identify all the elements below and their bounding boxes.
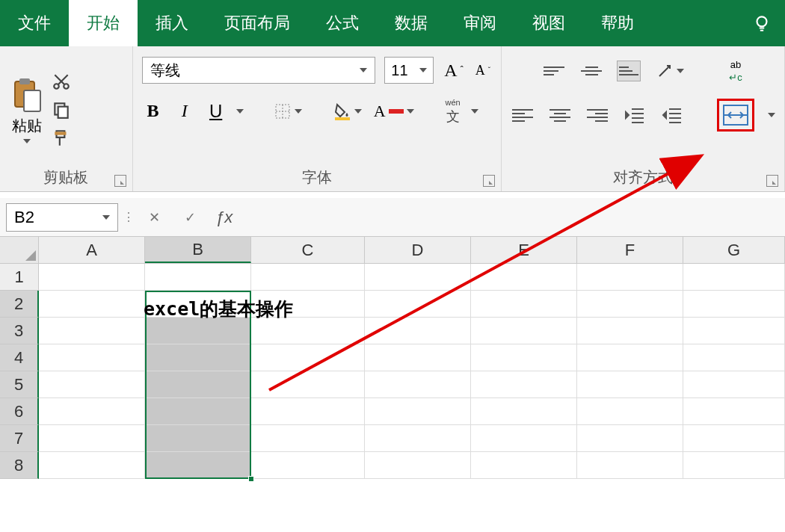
row-header[interactable]: 4 (0, 344, 39, 371)
merge-center-button[interactable] (722, 104, 749, 126)
alignment-launcher-icon[interactable] (766, 175, 778, 187)
phonetic-guide-button[interactable]: wén 文 (444, 97, 462, 125)
align-bottom-button[interactable] (617, 61, 641, 81)
cell[interactable] (365, 318, 471, 344)
fill-handle[interactable] (248, 476, 254, 482)
cell[interactable] (683, 291, 785, 318)
cell[interactable] (471, 291, 577, 318)
tab-formula[interactable]: 公式 (308, 0, 377, 46)
tab-insert[interactable]: 插入 (138, 0, 206, 46)
cell[interactable] (683, 425, 785, 452)
cell[interactable] (39, 371, 145, 398)
cell[interactable] (39, 264, 145, 291)
paste-dropdown-icon[interactable] (23, 139, 31, 143)
fill-color-button[interactable] (332, 101, 363, 122)
cell[interactable] (365, 291, 471, 318)
align-middle-button[interactable] (579, 61, 603, 81)
tab-file[interactable]: 文件 (0, 0, 69, 46)
font-launcher-icon[interactable] (483, 175, 495, 187)
cell[interactable] (251, 371, 365, 398)
cell[interactable] (39, 452, 145, 479)
column-header[interactable]: G (683, 237, 785, 263)
cell[interactable] (145, 264, 251, 291)
align-top-button[interactable] (542, 61, 566, 81)
cell[interactable] (683, 344, 785, 371)
column-header[interactable]: F (577, 237, 683, 263)
increase-font-button[interactable]: Aˆ (443, 59, 464, 82)
cell[interactable] (683, 371, 785, 398)
row-header[interactable]: 5 (0, 371, 39, 398)
cell[interactable] (39, 318, 145, 344)
tab-view[interactable]: 视图 (514, 0, 583, 46)
merge-dropdown-icon[interactable] (768, 113, 775, 117)
confirm-edit-icon[interactable]: ✓ (175, 205, 205, 230)
paste-button[interactable]: 粘贴 (9, 77, 45, 143)
orientation-button[interactable] (654, 61, 686, 81)
cell[interactable] (145, 398, 251, 425)
font-color-button[interactable]: A (372, 100, 416, 123)
tell-me-icon[interactable] (739, 0, 785, 46)
cell[interactable] (471, 344, 577, 371)
cell[interactable] (577, 264, 683, 291)
clipboard-launcher-icon[interactable] (114, 175, 126, 187)
align-left-button[interactable] (511, 105, 535, 126)
cell[interactable] (251, 425, 365, 452)
cell[interactable] (683, 318, 785, 344)
column-header[interactable]: E (471, 237, 577, 263)
cell[interactable] (683, 452, 785, 479)
row-header[interactable]: 6 (0, 398, 39, 425)
cell[interactable] (577, 344, 683, 371)
row-header[interactable]: 2 (0, 291, 39, 318)
cell[interactable] (365, 425, 471, 452)
row-header[interactable]: 1 (0, 264, 39, 291)
underline-dropdown-icon[interactable] (236, 109, 244, 114)
cell[interactable] (577, 291, 683, 318)
cut-icon[interactable] (51, 71, 72, 92)
cell[interactable] (471, 425, 577, 452)
column-header[interactable]: D (365, 237, 471, 263)
increase-indent-button[interactable] (660, 105, 684, 126)
cancel-edit-icon[interactable]: ✕ (139, 205, 169, 230)
borders-button[interactable] (272, 101, 304, 122)
select-all-button[interactable] (0, 237, 39, 263)
cell[interactable] (471, 371, 577, 398)
cell[interactable] (577, 398, 683, 425)
copy-icon[interactable] (51, 99, 72, 120)
align-right-button[interactable] (585, 105, 609, 126)
cell[interactable] (39, 291, 145, 318)
cell[interactable] (365, 264, 471, 291)
cell[interactable] (145, 371, 251, 398)
cell[interactable] (365, 371, 471, 398)
cell[interactable] (251, 452, 365, 479)
cell[interactable] (471, 452, 577, 479)
cell[interactable] (365, 452, 471, 479)
format-painter-icon[interactable] (51, 128, 72, 149)
column-header[interactable]: A (39, 237, 145, 263)
align-center-button[interactable] (548, 105, 572, 126)
column-header[interactable]: B (145, 237, 251, 263)
formula-input[interactable] (243, 205, 779, 230)
cell[interactable] (365, 398, 471, 425)
bold-button[interactable]: B (142, 99, 164, 123)
cell[interactable] (145, 425, 251, 452)
tab-data[interactable]: 数据 (377, 0, 446, 46)
name-box[interactable]: B2 (6, 203, 118, 232)
cell[interactable] (39, 344, 145, 371)
cell[interactable] (251, 264, 365, 291)
cell[interactable] (683, 264, 785, 291)
cell[interactable] (471, 318, 577, 344)
cell[interactable] (251, 398, 365, 425)
cell[interactable] (577, 318, 683, 344)
wrap-text-button[interactable]: ab ↵c (727, 58, 744, 84)
cell[interactable] (577, 371, 683, 398)
worksheet-grid[interactable]: A B C D E F G 1 2 3 4 (0, 237, 785, 479)
cell[interactable] (251, 344, 365, 371)
italic-button[interactable]: I (173, 99, 196, 123)
decrease-font-button[interactable]: Aˇ (474, 61, 492, 80)
tab-home[interactable]: 开始 (69, 0, 138, 46)
tab-help[interactable]: 帮助 (583, 0, 652, 46)
cell[interactable] (577, 452, 683, 479)
cell[interactable] (39, 425, 145, 452)
cell[interactable] (365, 344, 471, 371)
cell[interactable] (471, 264, 577, 291)
